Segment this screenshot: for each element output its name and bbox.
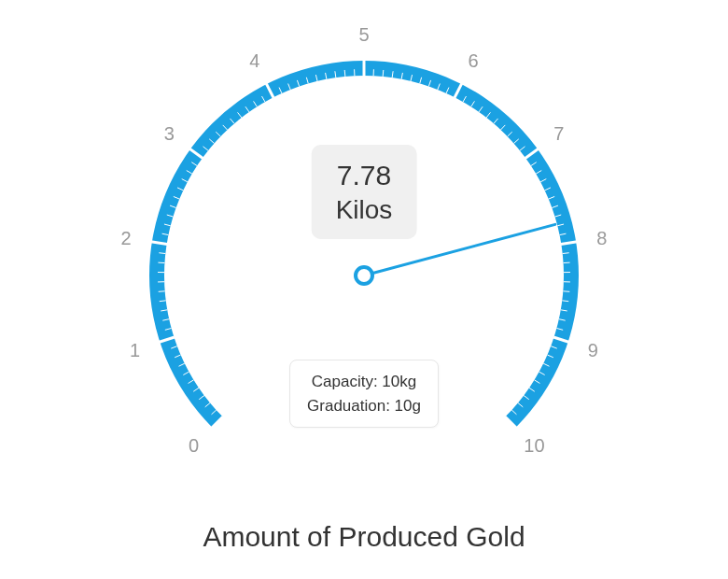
- gauge-title: Amount of Produced Gold: [0, 521, 728, 553]
- gauge-tick-label: 10: [524, 435, 544, 457]
- svg-line-52: [383, 70, 384, 77]
- svg-point-113: [356, 267, 372, 284]
- gauge-info-panel: Capacity: 10kg Graduation: 10g: [289, 360, 439, 428]
- gauge-tick-label: 3: [164, 123, 175, 145]
- gauge-tick-label: 5: [358, 24, 369, 46]
- svg-line-85: [563, 291, 569, 292]
- gauge-tick-label: 6: [469, 50, 479, 72]
- gauge-tick-label: 4: [249, 50, 259, 72]
- gauge-tick-label: 2: [121, 227, 132, 248]
- gauge-tick-label: 8: [596, 227, 607, 248]
- gauge-info-graduation: Graduation: 10g: [307, 394, 421, 418]
- svg-line-48: [344, 70, 345, 77]
- gauge-value-unit: Kilos: [336, 193, 393, 226]
- gauge-tick-label: 1: [130, 339, 140, 360]
- gauge-info-capacity: Capacity: 10kg: [307, 370, 421, 394]
- gauge-chart: 012345678910 7.78 Kilos Capacity: 10kg G…: [0, 0, 728, 579]
- svg-line-15: [159, 291, 165, 292]
- gauge-tick-label: 9: [588, 339, 598, 360]
- gauge-tick-label: 0: [189, 435, 199, 457]
- gauge-value-number: 7.78: [336, 158, 393, 193]
- gauge-tick-label: 7: [553, 123, 564, 145]
- gauge-svg: [0, 0, 728, 579]
- gauge-value-panel: 7.78 Kilos: [312, 145, 417, 239]
